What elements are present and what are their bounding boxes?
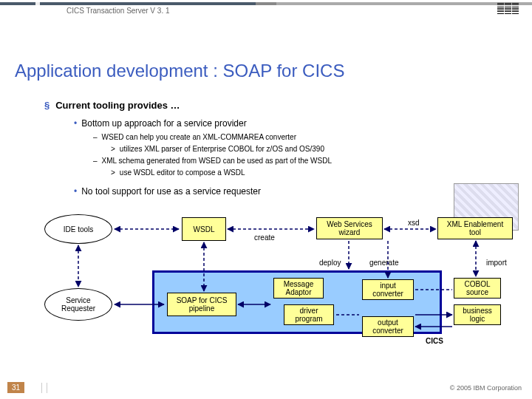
- bullet-level3: XML schema generated from WSED can be us…: [93, 157, 332, 165]
- input-converter-node: input converter: [362, 279, 414, 300]
- diagram-arrows: [0, 0, 532, 399]
- header-rule-gap: [35, 2, 40, 5]
- ide-tools-node: IDE tools: [44, 214, 112, 244]
- wsdl-node: WSDL: [182, 217, 226, 241]
- label-xsd: xsd: [408, 219, 420, 227]
- bullet-level4: use WSDL editor to compose a WSDL: [111, 168, 245, 177]
- copyright: © 2005 IBM Corporation: [450, 384, 522, 392]
- cobol-source-node: COBOL source: [454, 278, 501, 299]
- footer-tick: [41, 383, 47, 393]
- slide-title: Application development : SOAP for CICS: [15, 61, 344, 81]
- xml-enablement-tool-node: XML Enablement tool: [437, 217, 513, 239]
- label-create: create: [254, 233, 275, 242]
- soap-pipeline-node: SOAP for CICS pipeline: [167, 293, 236, 316]
- label-import: import: [486, 259, 507, 267]
- label-deploy: deploy: [319, 259, 341, 267]
- header-title: CICS Transaction Server V 3. 1: [66, 7, 170, 15]
- driver-program-node: driver program: [284, 304, 334, 325]
- footer-left: 31: [7, 383, 27, 392]
- output-converter-node: output converter: [362, 316, 414, 337]
- bullet-level4: utilizes XML parser of Enterprise COBOL …: [111, 145, 324, 153]
- page-number: 31: [7, 382, 24, 393]
- bullet-level2: No tool support for use as a service req…: [74, 186, 261, 197]
- bullet-level1: Current tooling provides …: [44, 100, 180, 111]
- label-cics: CICS: [426, 337, 443, 345]
- ibm-logo: [497, 3, 519, 15]
- bullet-level2: Bottom up approach for a service provide…: [74, 118, 247, 129]
- message-adaptor-node: Message Adaptor: [273, 278, 324, 299]
- service-requester-node: Service Requester: [44, 288, 112, 321]
- label-generate: generate: [369, 259, 398, 267]
- header-rule: [0, 2, 532, 5]
- bullet-level3: WSED can help you create an XML-COMMAREA…: [93, 133, 296, 141]
- web-services-wizard-node: Web Services wizard: [316, 217, 383, 239]
- business-logic-node: business logic: [454, 304, 501, 325]
